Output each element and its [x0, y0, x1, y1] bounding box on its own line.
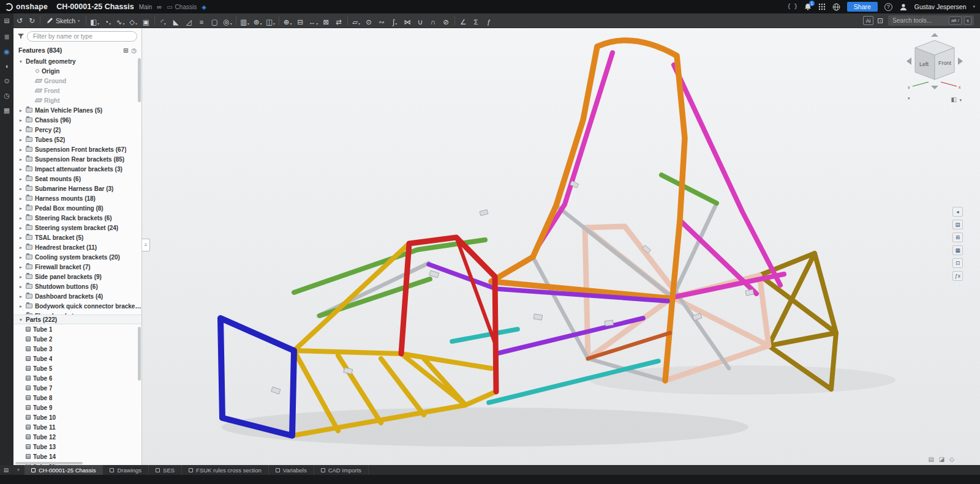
- feature-tree-row[interactable]: ▸ Side panel brackets (9): [13, 272, 141, 281]
- part-list-item[interactable]: Tube 5: [13, 363, 141, 373]
- part-list-item[interactable]: Tube 3: [13, 344, 141, 354]
- feature-tree-row[interactable]: ▸ Suspension Rear brackets (85): [13, 154, 141, 164]
- chevron-icon[interactable]: ▸: [18, 147, 23, 152]
- chevron-icon[interactable]: ▸: [18, 176, 23, 182]
- feature-tree-row[interactable]: ▸ TSAL bracket (5): [13, 233, 141, 242]
- chevron-icon[interactable]: ▸: [18, 108, 23, 113]
- feature-list-toggle-icon[interactable]: ▤: [0, 13, 13, 28]
- new-folder-icon[interactable]: ⊞: [123, 47, 128, 54]
- toolbar-tool[interactable]: Σ: [470, 15, 483, 27]
- toolbar-tool[interactable]: ▢: [208, 15, 221, 27]
- chevron-icon[interactable]: ▸: [18, 245, 23, 250]
- viewport-corner-icon[interactable]: ▤: [928, 456, 933, 463]
- chevron-icon[interactable]: ▸: [18, 294, 23, 299]
- share-button[interactable]: Share: [847, 2, 878, 12]
- chevron-icon[interactable]: ▸: [18, 264, 23, 270]
- toolbar-tool[interactable]: ∪: [414, 15, 427, 27]
- feature-tree-row[interactable]: ▸ Headrest bracket (11): [13, 242, 141, 252]
- element-chip[interactable]: ▭ Chassis: [167, 4, 197, 10]
- left-strip-icon[interactable]: ◖: [5, 63, 9, 70]
- toolbar-tool[interactable]: ⊛ ▾: [251, 15, 264, 27]
- toolbar-tool[interactable]: ∾: [375, 15, 388, 27]
- element-tab[interactable]: SES: [149, 465, 182, 475]
- search-tools-input[interactable]: [892, 17, 946, 24]
- view-menu-caret-icon[interactable]: ▾: [908, 96, 910, 101]
- undo-button[interactable]: ↺: [13, 15, 26, 27]
- chevron-icon[interactable]: ▸: [18, 225, 23, 231]
- feature-tree-row[interactable]: ▸ Pedal Box mounting (8): [13, 203, 141, 213]
- chevron-icon[interactable]: ▸: [18, 303, 23, 309]
- toolbar-tool[interactable]: [454, 17, 455, 25]
- feature-tree-row[interactable]: ▸ Main Vehicle Planes (5): [13, 105, 141, 115]
- ai-assistant-icon[interactable]: Ai: [863, 16, 873, 25]
- part-list-item[interactable]: Tube 6: [13, 373, 141, 383]
- chevron-icon[interactable]: ▸: [18, 137, 23, 143]
- chevron-icon[interactable]: ▸: [18, 117, 23, 123]
- right-dock-icon[interactable]: ⊞: [952, 233, 963, 242]
- feature-tree-row[interactable]: ▸ Suspension Front brackets (67): [13, 144, 141, 154]
- add-tab-button[interactable]: +: [12, 465, 24, 475]
- left-strip-icon[interactable]: ≣: [4, 34, 9, 40]
- toolbar-tool[interactable]: ▱ ▾: [350, 15, 363, 27]
- toolbar-tool[interactable]: ◧ ▾: [88, 15, 101, 27]
- toolbar-tool[interactable]: ◫ ▾: [264, 15, 277, 27]
- view-cube-graphic[interactable]: Left Front x y: [905, 33, 964, 89]
- selection-frame-icon[interactable]: ⊡: [877, 17, 883, 25]
- toolbar-tool[interactable]: [347, 17, 348, 25]
- feature-tree-row[interactable]: Ground: [13, 76, 141, 86]
- toolbar-tool[interactable]: ◎ ▾: [221, 15, 234, 27]
- parts-scrollbar-thumb[interactable]: [138, 327, 141, 381]
- display-menu-caret-icon[interactable]: ▾: [959, 98, 962, 102]
- part-list-item[interactable]: Tube 2: [13, 334, 141, 344]
- left-strip-icon[interactable]: ⊙: [4, 78, 9, 84]
- help-icon[interactable]: ?: [884, 3, 892, 11]
- element-tab[interactable]: Variabels: [269, 465, 314, 475]
- sketch-button[interactable]: Sketch ▾: [42, 15, 84, 27]
- right-dock-icon[interactable]: ▦: [952, 245, 963, 255]
- toolbar-tool[interactable]: ⊕ ▾: [281, 15, 294, 27]
- chevron-icon[interactable]: ▸: [18, 206, 23, 211]
- chevron-icon[interactable]: ▸: [18, 186, 23, 192]
- toolbar-tool[interactable]: ƒ: [483, 15, 496, 27]
- feature-tree-row[interactable]: ▸ Shutdown buttons (6): [13, 281, 141, 291]
- chevron-icon[interactable]: ▸: [18, 196, 23, 201]
- feature-tree-row[interactable]: ▸ Cooling system brackets (20): [13, 252, 141, 262]
- toolbar-tool[interactable]: ▣: [140, 15, 153, 27]
- chevron-icon[interactable]: ▸: [18, 157, 23, 162]
- element-tab[interactable]: FSUK rules cross section: [182, 465, 269, 475]
- part-list-item[interactable]: Tube 11: [13, 422, 141, 432]
- part-list-item[interactable]: Tube 8: [13, 393, 141, 403]
- chevron-icon[interactable]: ▸: [18, 284, 23, 289]
- element-tab[interactable]: Drawings: [103, 465, 149, 475]
- isometric-view-icon[interactable]: ◧: [951, 96, 957, 103]
- branch-name[interactable]: Main: [139, 4, 153, 10]
- chevron-icon[interactable]: ▸: [18, 274, 23, 280]
- viewport-corner-icon[interactable]: ◇: [949, 456, 954, 463]
- feature-filter-input[interactable]: [27, 31, 137, 42]
- feature-tree-row[interactable]: Right: [13, 95, 141, 105]
- right-dock-icon[interactable]: ⊡: [952, 258, 963, 268]
- toolbar-tool[interactable]: ◔ ▾: [101, 15, 114, 27]
- featurescript-icon[interactable]: { }: [788, 4, 797, 10]
- right-dock-icon[interactable]: ◂: [952, 207, 963, 217]
- toolbar-tool[interactable]: ↔ ▾: [307, 15, 320, 27]
- user-menu-caret-icon[interactable]: ▾: [973, 4, 975, 9]
- tab-manager-icon[interactable]: ▤: [0, 465, 12, 475]
- left-strip-icon[interactable]: ◷: [4, 92, 10, 99]
- feature-tree-row[interactable]: ▾ Default geometry: [13, 56, 141, 66]
- toolbar-tool[interactable]: ⊟: [294, 15, 307, 27]
- toolbar-tool[interactable]: ◜ ▾: [157, 15, 170, 27]
- toolbar-tool[interactable]: ⊠: [320, 15, 333, 27]
- feature-tree-row[interactable]: ▸ Floor brackets: [13, 311, 141, 315]
- user-name[interactable]: Gustav Jespersen: [914, 3, 967, 10]
- feature-tree-row[interactable]: ▸ Impact attenuator brackets (3): [13, 164, 141, 174]
- part-list-item[interactable]: Tube 12: [13, 432, 141, 442]
- toolbar-tool[interactable]: ⋈: [401, 15, 414, 27]
- toolbar-tool[interactable]: ◿: [183, 15, 195, 27]
- toolbar-tool[interactable]: [236, 17, 236, 25]
- feature-tree-row[interactable]: ▸ Tubes (52): [13, 135, 141, 144]
- toolbar-tool[interactable]: [279, 17, 279, 25]
- parts-hscrollbar-thumb[interactable]: [15, 462, 83, 464]
- left-strip-icon[interactable]: ▦: [4, 107, 10, 114]
- feature-tree-row[interactable]: ▸ Seat mounts (6): [13, 174, 141, 184]
